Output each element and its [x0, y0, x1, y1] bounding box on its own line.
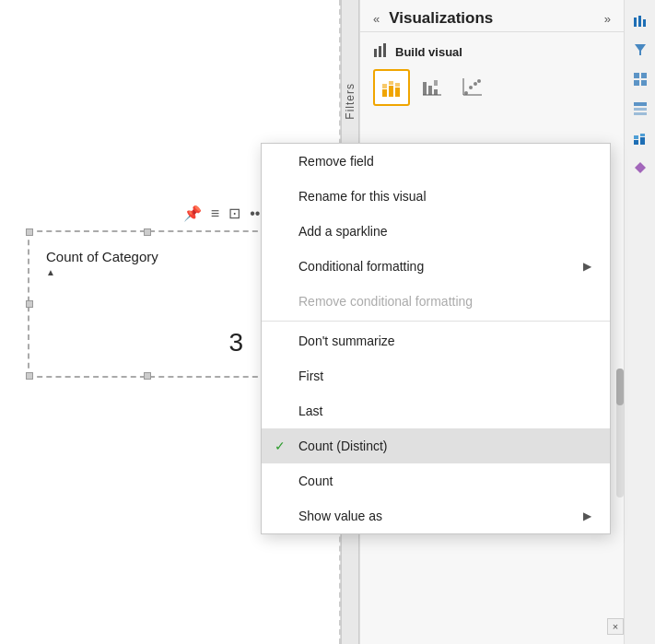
svg-rect-1 [379, 46, 381, 57]
resize-handle-top[interactable] [144, 228, 151, 236]
resize-handle-left[interactable] [26, 300, 33, 308]
svg-rect-11 [434, 80, 438, 86]
panel-header: « Visualizations » [360, 0, 624, 32]
scrollbar-track [616, 369, 624, 498]
svg-rect-9 [423, 82, 427, 95]
svg-rect-12 [434, 89, 438, 95]
svg-rect-27 [634, 102, 647, 106]
svg-rect-2 [383, 43, 386, 57]
expand-icon[interactable]: ⊡ [228, 205, 240, 222]
sidebar-icon-bar[interactable] [627, 7, 653, 33]
svg-point-14 [464, 91, 468, 95]
vis-icon-waterfall[interactable] [414, 69, 450, 106]
filter-label: Filters [344, 83, 357, 120]
svg-rect-22 [643, 19, 646, 27]
menu-item-show-value-as[interactable]: Show value as ▶ [262, 498, 610, 533]
menu-item-dont-summarize[interactable]: Don't summarize [262, 323, 610, 358]
svg-rect-21 [638, 16, 641, 27]
svg-rect-0 [374, 49, 377, 57]
right-sidebar-icons [624, 0, 655, 644]
visual-card: 📌 ≡ ⊡ ••• Count of Category ▲ 3 [28, 230, 267, 378]
check-icon: ✓ [275, 439, 286, 453]
svg-rect-28 [634, 108, 647, 111]
sidebar-icon-stacked[interactable] [627, 125, 653, 151]
menu-separator-1 [262, 321, 610, 322]
menu-item-rename-visual-label: Rename for this visual [298, 189, 427, 204]
close-button[interactable]: × [607, 618, 624, 635]
menu-item-count[interactable]: Count [262, 463, 610, 498]
svg-rect-23 [634, 73, 639, 78]
sort-indicator[interactable]: ▲ [46, 267, 55, 277]
menu-item-count-distinct[interactable]: ✓ Count (Distinct) [262, 428, 610, 463]
panel-tab-build-visual[interactable]: Build visual [360, 32, 624, 65]
resize-handle-bottom-left[interactable] [26, 372, 33, 380]
menu-item-remove-conditional-label: Remove conditional formatting [298, 294, 473, 309]
filter-list-icon[interactable]: ≡ [211, 205, 219, 222]
pin-icon[interactable]: 📌 [183, 205, 202, 222]
build-visual-label: Build visual [395, 45, 462, 59]
sidebar-icon-diamond[interactable] [627, 155, 653, 181]
svg-rect-7 [395, 88, 400, 97]
bar-chart-tab-icon [373, 41, 390, 62]
svg-point-16 [474, 82, 477, 86]
resize-handle-top-left[interactable] [26, 228, 33, 236]
svg-point-17 [477, 79, 481, 83]
menu-item-rename-visual[interactable]: Rename for this visual [262, 179, 610, 214]
menu-item-last-label: Last [298, 404, 322, 418]
submenu-arrow-conditional: ▶ [583, 260, 591, 273]
svg-rect-4 [382, 84, 387, 88]
menu-item-last[interactable]: Last [262, 393, 610, 428]
svg-rect-20 [634, 18, 637, 27]
visual-card-title: Count of Category [46, 249, 158, 264]
svg-rect-24 [641, 73, 647, 78]
scrollbar-thumb[interactable] [616, 369, 624, 405]
menu-item-conditional-formatting[interactable]: Conditional formatting ▶ [262, 249, 610, 284]
svg-rect-32 [640, 137, 645, 145]
svg-point-15 [469, 86, 473, 89]
resize-handle-bottom[interactable] [144, 372, 151, 380]
menu-item-first-label: First [298, 369, 323, 383]
svg-rect-6 [389, 81, 393, 85]
visual-icons-row [360, 65, 624, 113]
menu-item-remove-conditional: Remove conditional formatting [262, 284, 610, 319]
menu-item-remove-field[interactable]: Remove field [262, 144, 610, 179]
svg-rect-29 [634, 112, 647, 115]
sidebar-icon-funnel[interactable] [627, 37, 653, 63]
menu-item-remove-field-label: Remove field [298, 154, 374, 169]
menu-item-show-value-as-label: Show value as [298, 509, 382, 523]
svg-rect-3 [382, 89, 387, 97]
svg-rect-33 [640, 134, 645, 136]
menu-item-add-sparkline[interactable]: Add a sparkline [262, 214, 610, 249]
menu-item-first[interactable]: First [262, 358, 610, 393]
svg-rect-25 [634, 80, 639, 86]
vis-icon-stacked-bar[interactable] [373, 69, 410, 106]
visual-card-value: 3 [228, 328, 243, 357]
svg-rect-31 [634, 135, 638, 139]
menu-item-dont-summarize-label: Don't summarize [298, 334, 395, 348]
svg-rect-5 [389, 86, 393, 97]
svg-rect-8 [395, 83, 400, 87]
sidebar-icon-table[interactable] [627, 96, 653, 122]
panel-nav-right[interactable]: » [604, 12, 611, 26]
context-menu: Remove field Rename for this visual Add … [261, 143, 611, 534]
sidebar-icon-grid[interactable] [627, 66, 653, 92]
svg-rect-26 [641, 80, 647, 86]
svg-rect-10 [428, 86, 432, 95]
menu-item-count-distinct-label: Count (Distinct) [298, 439, 387, 453]
menu-item-count-label: Count [298, 474, 333, 488]
vis-icon-scatter[interactable] [454, 69, 491, 106]
menu-item-conditional-formatting-label: Conditional formatting [298, 259, 424, 274]
panel-nav-left[interactable]: « [373, 12, 380, 26]
svg-rect-30 [634, 140, 638, 145]
menu-item-add-sparkline-label: Add a sparkline [298, 224, 388, 239]
visual-card-toolbar: 📌 ≡ ⊡ ••• [183, 205, 265, 222]
panel-title: Visualizations [380, 9, 604, 28]
submenu-arrow-show-value: ▶ [583, 509, 591, 522]
